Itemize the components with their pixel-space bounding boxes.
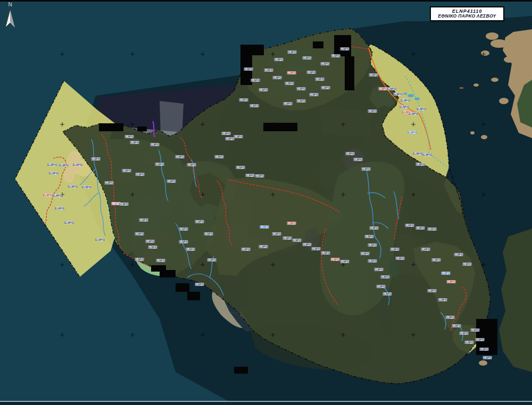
- svg-text:ELNP41: ELNP41: [139, 219, 148, 222]
- zone-code-chip: ELNP41: [368, 109, 377, 113]
- svg-text:ELNP41: ELNP41: [285, 82, 294, 85]
- zone-code-chip: ELNP41: [431, 258, 441, 261]
- zone-code-chip: ELNP41: [360, 252, 370, 255]
- svg-text:ELNP41: ELNP41: [207, 259, 217, 261]
- zone-code-chip: ELNP41: [135, 258, 144, 261]
- svg-text:ELNP41: ELNP41: [236, 166, 245, 169]
- zone-code-chip: ELNP41: [130, 141, 139, 144]
- svg-text:ELNP41: ELNP41: [383, 293, 392, 296]
- zone-code-chip: ELNP41: [259, 88, 268, 91]
- svg-text:ELNP41: ELNP41: [73, 164, 82, 166]
- zone-code-chip: ELNP41: [187, 163, 196, 166]
- svg-text:ELNP41: ELNP41: [393, 93, 403, 96]
- zone-code-chip: ELNP41: [340, 260, 350, 263]
- zone-code-chip: ELNP41: [68, 185, 78, 188]
- svg-text:ELNP41: ELNP41: [95, 239, 105, 241]
- zone-code-chip: ELNP41: [156, 259, 165, 262]
- svg-text:ELNP41: ELNP41: [369, 74, 378, 77]
- svg-text:ELNP41: ELNP41: [175, 156, 185, 158]
- zone-code-chip: ELNP41: [49, 172, 59, 175]
- svg-text:ELNP41: ELNP41: [415, 227, 425, 230]
- svg-text:ELNP41: ELNP41: [272, 233, 281, 235]
- zone-code-chip: ELNP41: [282, 237, 292, 240]
- svg-text:ELNP41: ELNP41: [221, 132, 231, 135]
- svg-text:ELNP41: ELNP41: [462, 263, 472, 266]
- svg-text:ELNP41: ELNP41: [413, 153, 422, 155]
- graticule-cross: [130, 333, 135, 337]
- zone-code-chip: ELNP41: [91, 157, 101, 161]
- svg-text:ELNP41: ELNP41: [296, 88, 306, 90]
- svg-text:ELNP41: ELNP41: [340, 260, 350, 263]
- svg-text:ELNP41: ELNP41: [259, 246, 268, 248]
- svg-text:ELNP41: ELNP41: [395, 257, 405, 260]
- svg-text:ELNP41: ELNP41: [405, 224, 414, 227]
- zone-code-chip: ELNP41: [225, 137, 235, 140]
- svg-text:ELNP41: ELNP41: [483, 357, 492, 359]
- zone-code-chip: ELNP41: [250, 104, 259, 107]
- svg-text:ELNP41: ELNP41: [104, 182, 114, 184]
- zone-code-chip: ELNP41: [306, 71, 316, 74]
- svg-text:ELNP41: ELNP41: [330, 258, 340, 261]
- zone-code-chip: ELNP41: [331, 54, 340, 57]
- svg-text:ELNP41: ELNP41: [195, 283, 204, 286]
- zone-code-chip: ELNP41: [390, 248, 400, 251]
- zone-code-chip: ELNP41: [285, 82, 294, 85]
- zone-code-chip: ELNP41: [369, 226, 379, 230]
- svg-text:ELNP41: ELNP41: [369, 227, 379, 230]
- svg-text:ELNP41: ELNP41: [464, 341, 474, 344]
- svg-text:ELNP41: ELNP41: [446, 281, 456, 283]
- zone-code-chip: ELNP41: [464, 341, 474, 344]
- svg-text:ELNP41: ELNP41: [315, 78, 325, 81]
- zone-code-chip: ELNP41: [415, 163, 425, 166]
- zone-code-chip: ELNP41: [245, 174, 255, 177]
- zone-code-chip: ELNP41: [167, 180, 176, 183]
- svg-text:ELNP41: ELNP41: [150, 144, 160, 146]
- zone-code-chip: ELNP41: [378, 87, 388, 90]
- zone-code-chip: ELNP41: [64, 221, 74, 224]
- zone-code-chip: ELNP41: [135, 173, 145, 176]
- svg-text:ELNP41: ELNP41: [282, 237, 292, 240]
- svg-text:ELNP41: ELNP41: [234, 136, 243, 138]
- zone-code-chip: ELNP41: [292, 239, 302, 242]
- zone-code-chip: ELNP41: [207, 258, 217, 261]
- zone-code-chip: ELNP41: [302, 243, 312, 246]
- zone-code-chip: ELNP41: [383, 292, 392, 296]
- zone-code-chip: ELNP41: [405, 224, 414, 227]
- svg-text:ELNP41: ELNP41: [378, 88, 388, 90]
- svg-text:ELNP41: ELNP41: [368, 110, 377, 113]
- svg-text:ELNP41: ELNP41: [459, 332, 469, 335]
- zone-code-chip: ELNP41: [59, 164, 69, 167]
- zone-code-chip: ELNP41: [195, 283, 204, 286]
- zone-code-chip: ELNP41: [234, 135, 243, 138]
- svg-text:ELNP41: ELNP41: [331, 55, 340, 57]
- zone-code-chip: ELNP41: [315, 78, 325, 81]
- zone-code-chip: ELNP41: [345, 152, 355, 155]
- svg-text:ELNP41: ELNP41: [179, 241, 188, 243]
- zone-code-chip: ELNP41: [401, 99, 410, 102]
- zone-code-chip: ELNP41: [427, 227, 437, 231]
- zone-code-chip: ELNP41: [422, 153, 432, 156]
- zone-code-chip: ELNP41: [452, 324, 461, 327]
- svg-text:ELNP41: ELNP41: [53, 195, 62, 197]
- svg-text:ELNP41: ELNP41: [376, 285, 386, 288]
- zone-code-chip: ELNP41: [400, 105, 409, 108]
- svg-text:ELNP41: ELNP41: [364, 235, 374, 238]
- zone-code-chip: ELNP41: [387, 87, 396, 90]
- zone-code-chip: ELNP41: [155, 163, 164, 166]
- zone-code-chip: ELNP41: [374, 268, 384, 271]
- zone-code-chip: ELNP41: [454, 253, 463, 256]
- zone-code-chip: ELNP41: [287, 50, 297, 54]
- svg-text:ELNP41: ELNP41: [374, 268, 384, 271]
- zone-code-chip: ELNP41: [55, 207, 64, 210]
- svg-text:ELNP41: ELNP41: [122, 170, 131, 172]
- coast-landmass-se: [499, 229, 532, 372]
- svg-text:ELNP41: ELNP41: [380, 276, 390, 279]
- svg-text:ELNP41: ELNP41: [454, 254, 463, 256]
- svg-text:ELNP41: ELNP41: [274, 58, 284, 61]
- zone-code-chip: ELNP41: [287, 222, 296, 225]
- svg-text:ELNP41: ELNP41: [82, 186, 92, 189]
- zone-code-chip: ELNP41: [283, 102, 293, 105]
- svg-text:ELNP41: ELNP41: [259, 89, 268, 91]
- graticule-cross: [130, 52, 135, 56]
- zone-code-chip: ELNP41: [214, 155, 224, 158]
